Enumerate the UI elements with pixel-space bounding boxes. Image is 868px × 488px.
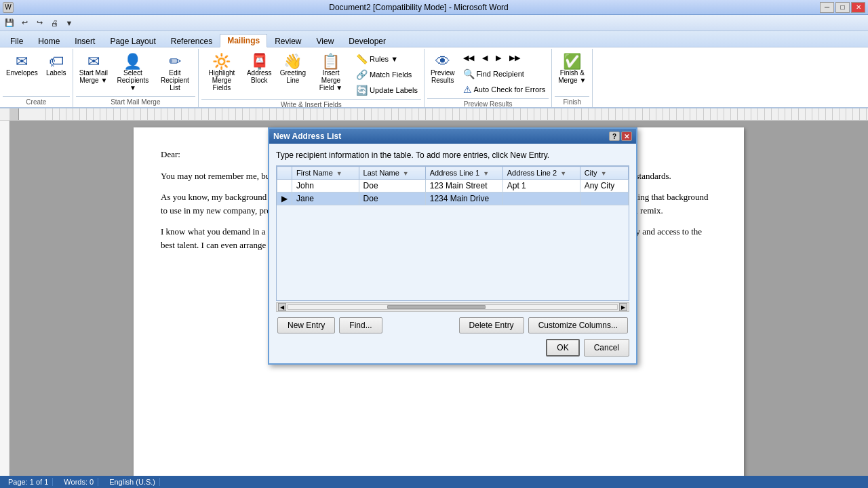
dialog-body: Type recipient information in the table.…	[269, 144, 636, 363]
auto-check-icon: ⚠	[463, 84, 472, 95]
highlight-merge-fields-button[interactable]: 🔆 HighlightMerge Fields	[201, 52, 242, 94]
cell-last-1[interactable]: Doe	[359, 180, 425, 192]
delete-entry-button[interactable]: Delete Entry	[459, 317, 524, 333]
cancel-button[interactable]: Cancel	[584, 339, 629, 357]
cell-last-2[interactable]	[359, 192, 425, 205]
page-status: Page: 1 of 1	[4, 478, 53, 486]
scroll-thumb[interactable]	[387, 305, 486, 309]
ok-button[interactable]: OK	[546, 339, 579, 357]
cell-addr1-2[interactable]	[425, 192, 502, 205]
table-row-selected: ▶	[277, 192, 629, 205]
cell-first-2[interactable]	[292, 192, 359, 205]
words-status: Words: 0	[60, 478, 98, 486]
cell-addr2-1[interactable]: Apt 1	[502, 180, 580, 192]
cell-city-2[interactable]	[580, 192, 628, 205]
col-first-name[interactable]: First Name ▼	[292, 167, 359, 180]
ribbon-group-mail-merge: ✉ Start MailMerge ▼ 👤 SelectRecipients ▼…	[73, 49, 199, 107]
new-entry-button[interactable]: New Entry	[277, 317, 335, 333]
close-button[interactable]: ✕	[851, 2, 865, 13]
undo-qt-btn[interactable]: ↩	[18, 17, 31, 29]
preview-icon: 👁	[435, 54, 450, 69]
scroll-track[interactable]	[288, 304, 618, 310]
addr2-input[interactable]	[507, 194, 576, 203]
tab-file[interactable]: File	[3, 35, 31, 47]
preview-results-button[interactable]: 👁 PreviewResults	[427, 52, 458, 87]
find-recipient-button[interactable]: 🔍 Find Recipient	[460, 66, 549, 81]
envelopes-button[interactable]: ✉ Envelopes	[3, 52, 41, 79]
restore-button[interactable]: □	[835, 2, 850, 13]
finish-merge-button[interactable]: ✅ Finish &Merge ▼	[555, 52, 589, 87]
col-last-name[interactable]: Last Name ▼	[359, 167, 425, 180]
match-fields-button[interactable]: 🔗 Match Fields	[353, 67, 421, 82]
addr1-input[interactable]	[430, 194, 498, 203]
tab-insert[interactable]: Insert	[67, 35, 102, 47]
customize-columns-button[interactable]: Customize Columns...	[528, 317, 628, 333]
finish-icon: ✅	[563, 54, 581, 69]
next-record-button[interactable]: ▶	[492, 52, 505, 64]
dialog-close-button[interactable]: ✕	[621, 131, 632, 141]
small-buttons-col: 📏 Rules ▼ 🔗 Match Fields 🔄 Update Labels	[353, 52, 421, 98]
save-qt-btn[interactable]: 💾	[3, 17, 16, 29]
dialog-help-button[interactable]: ?	[609, 131, 620, 141]
left-margin	[0, 121, 9, 476]
word-icon: W	[3, 2, 14, 13]
tab-view[interactable]: View	[309, 35, 342, 47]
cell-city-1[interactable]: Any City	[580, 180, 628, 192]
quick-access-toolbar: 💾 ↩ ↪ 🖨 ▼	[0, 15, 868, 31]
address-table-container[interactable]: First Name ▼ Last Name ▼ Address Line 1 …	[276, 165, 629, 301]
col-addr1[interactable]: Address Line 1 ▼	[425, 167, 502, 180]
labels-button[interactable]: 🏷 Labels	[43, 52, 70, 79]
scroll-right-button[interactable]: ▶	[619, 303, 627, 311]
update-labels-button[interactable]: 🔄 Update Labels	[353, 83, 421, 98]
greeting-line-button[interactable]: 👋 GreetingLine	[277, 52, 309, 87]
minimize-button[interactable]: ─	[820, 2, 834, 13]
dialog-left-buttons: New Entry Find...	[277, 317, 382, 333]
envelopes-icon: ✉	[16, 54, 28, 69]
address-block-button[interactable]: 📮 AddressBlock	[243, 52, 275, 87]
horizontal-scrollbar[interactable]: ◀ ▶	[276, 302, 629, 312]
last-record-button[interactable]: ▶▶	[506, 52, 524, 64]
ribbon-group-write-insert: 🔆 HighlightMerge Fields 📮 AddressBlock 👋…	[199, 49, 425, 107]
select-recipients-icon: 👤	[123, 54, 142, 69]
tab-mailings[interactable]: Mailings	[220, 34, 267, 47]
first-name-input[interactable]	[296, 194, 355, 203]
edit-recipients-icon: ✏	[169, 54, 181, 69]
scroll-left-button[interactable]: ◀	[278, 303, 286, 311]
preview-group-label: Preview Results	[427, 98, 549, 108]
tab-page-layout[interactable]: Page Layout	[102, 35, 163, 47]
row-indicator	[277, 180, 292, 192]
last-name-input[interactable]	[363, 194, 421, 203]
ribbon: ✉ Envelopes 🏷 Labels Create ✉ Start Mail…	[0, 47, 868, 108]
insert-merge-icon: 📋	[321, 54, 340, 69]
tab-developer[interactable]: Developer	[341, 35, 393, 47]
cell-addr1-1[interactable]: 123 Main Street	[425, 180, 502, 192]
first-record-button[interactable]: ◀◀	[460, 52, 477, 64]
edit-recipient-list-button[interactable]: ✏ EditRecipient List	[155, 52, 195, 94]
redo-qt-btn[interactable]: ↪	[33, 17, 46, 29]
tab-home[interactable]: Home	[31, 35, 67, 47]
find-recipient-icon: 🔍	[463, 68, 475, 79]
tab-references[interactable]: References	[163, 35, 220, 47]
col-addr2[interactable]: Address Line 2 ▼	[502, 167, 580, 180]
cell-first-1[interactable]: John	[292, 180, 359, 192]
create-group-label: Create	[3, 96, 70, 106]
rules-button[interactable]: 📏 Rules ▼	[353, 52, 421, 66]
print-qt-btn[interactable]: 🖨	[47, 17, 61, 29]
customize-qt-btn[interactable]: ▼	[62, 17, 76, 29]
dialog-titlebar-buttons: ? ✕	[609, 131, 632, 141]
find-button[interactable]: Find...	[339, 317, 382, 333]
match-fields-icon: 🔗	[356, 69, 368, 80]
insert-merge-field-button[interactable]: 📋 Insert MergeField ▼	[311, 52, 351, 94]
auto-check-errors-button[interactable]: ⚠ Auto Check for Errors	[460, 82, 549, 97]
tab-review[interactable]: Review	[267, 35, 309, 47]
city-input[interactable]	[585, 194, 624, 203]
select-recipients-button[interactable]: 👤 SelectRecipients ▼	[113, 52, 153, 94]
start-mail-merge-button[interactable]: ✉ Start MailMerge ▼	[76, 52, 111, 87]
cell-addr2-2[interactable]	[502, 192, 580, 205]
prev-record-button[interactable]: ◀	[479, 52, 491, 64]
rules-icon: 📏	[356, 54, 368, 64]
dialog-right-buttons: Delete Entry Customize Columns...	[459, 317, 628, 333]
ruler-inner	[39, 108, 868, 120]
col-city[interactable]: City ▼	[580, 167, 628, 180]
nav-buttons-col: ◀◀ ◀ ▶ ▶▶ 🔍 Find Recipient ⚠ Auto Check …	[460, 52, 549, 97]
